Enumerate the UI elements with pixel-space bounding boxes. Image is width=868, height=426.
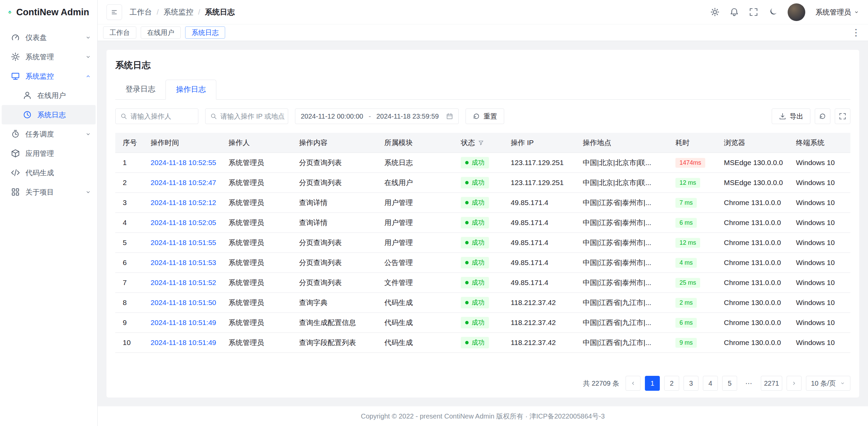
- time-link[interactable]: 2024-11-18 10:52:55: [151, 159, 216, 166]
- download-icon: [779, 113, 786, 120]
- cell-browser: Chrome 131.0.0.0: [719, 273, 791, 293]
- avatar[interactable]: [788, 3, 805, 21]
- user-name: 系统管理员: [815, 7, 851, 17]
- breadcrumb-item[interactable]: 系统监控: [163, 7, 193, 17]
- cell-status: 成功: [456, 193, 506, 213]
- cell-browser: Chrome 131.0.0.0: [719, 213, 791, 233]
- breadcrumb-item[interactable]: 工作台: [130, 7, 152, 17]
- cell-time: 2024-11-18 10:52:05: [146, 213, 224, 233]
- operator-search-input[interactable]: 请输入操作人: [115, 108, 198, 124]
- cell-module: 代码生成: [380, 313, 456, 333]
- settings-button[interactable]: [710, 7, 719, 17]
- time-link[interactable]: 2024-11-18 10:51:49: [151, 319, 216, 326]
- page-button-2[interactable]: 2: [664, 376, 679, 391]
- sidebar-item-system-monitor[interactable]: 系统监控: [0, 66, 97, 86]
- page-button-last[interactable]: 2271: [761, 376, 782, 391]
- export-button[interactable]: 导出: [772, 108, 810, 124]
- column-header-ip: 操作 IP: [506, 133, 578, 153]
- expand-icon: [839, 113, 846, 120]
- status-dot-icon: [465, 161, 469, 164]
- cell-status: 成功: [456, 173, 506, 193]
- page-title: 系统日志: [115, 59, 850, 71]
- tab-more-icon[interactable]: ⋮: [849, 28, 863, 37]
- time-link[interactable]: 2024-11-18 10:52:47: [151, 179, 216, 186]
- filter-funnel-icon[interactable]: [478, 140, 484, 146]
- date-range-separator: -: [369, 113, 371, 120]
- sidebar-item-label: 在线用户: [37, 91, 66, 100]
- notifications-button[interactable]: [730, 7, 739, 17]
- column-header-content: 操作内容: [295, 133, 380, 153]
- sidebar-item-task-schedule[interactable]: 任务调度: [0, 124, 97, 144]
- app-root: ContiNew Admin 仪表盘 系统管理 系统监控 在线用户: [0, 0, 868, 426]
- time-link[interactable]: 2024-11-18 10:51:52: [151, 279, 216, 286]
- cell-browser: Chrome 130.0.0.0: [719, 293, 791, 313]
- sidebar-item-code-generation[interactable]: 代码生成: [0, 163, 97, 182]
- chevron-up-icon: [85, 73, 91, 79]
- page-button-5[interactable]: 5: [722, 376, 737, 391]
- cell-location: 中国|江苏省|泰州市|...: [578, 193, 671, 213]
- refresh-table-button[interactable]: [815, 108, 830, 124]
- cell-content: 查询字典: [295, 293, 380, 313]
- cell-index: 6: [115, 253, 146, 273]
- status-dot-icon: [465, 241, 469, 244]
- user-menu[interactable]: 系统管理员: [815, 7, 859, 17]
- sidebar-item-dashboard[interactable]: 仪表盘: [0, 28, 97, 47]
- ip-search-input[interactable]: 请输入操作 IP 或地点: [205, 108, 288, 124]
- time-link[interactable]: 2024-11-18 10:51:49: [151, 339, 216, 346]
- column-header-time: 操作时间: [146, 133, 224, 153]
- tab-login-logs[interactable]: 登录日志: [115, 80, 165, 100]
- page-button-1[interactable]: 1: [645, 376, 660, 391]
- time-link[interactable]: 2024-11-18 10:52:12: [151, 199, 216, 206]
- time-link[interactable]: 2024-11-18 10:51:55: [151, 239, 216, 246]
- time-link[interactable]: 2024-11-18 10:51:53: [151, 259, 216, 266]
- table-row: 3 2024-11-18 10:52:12 系统管理员 查询详情 用户管理 成功…: [115, 193, 850, 213]
- cell-module: 文件管理: [380, 273, 456, 293]
- time-link[interactable]: 2024-11-18 10:52:05: [151, 219, 216, 226]
- tab-online-users[interactable]: 在线用户: [141, 26, 181, 39]
- status-label: 成功: [472, 298, 485, 307]
- tab-workbench[interactable]: 工作台: [103, 26, 136, 39]
- fullscreen-button[interactable]: [749, 7, 758, 17]
- dark-mode-button[interactable]: [768, 7, 777, 17]
- cell-status: 成功: [456, 333, 506, 353]
- page-button-4[interactable]: 4: [703, 376, 718, 391]
- sidebar-item-system-management[interactable]: 系统管理: [0, 47, 97, 66]
- table-fullscreen-button[interactable]: [835, 108, 850, 124]
- page-button-3[interactable]: 3: [684, 376, 698, 391]
- status-label: 成功: [472, 238, 485, 247]
- next-page-button[interactable]: [787, 376, 802, 391]
- status-label: 成功: [472, 178, 485, 187]
- tab-system-logs[interactable]: 系统日志: [185, 26, 225, 39]
- cell-duration: 2 ms: [671, 293, 719, 313]
- cell-time: 2024-11-18 10:52:55: [146, 153, 224, 173]
- reset-button[interactable]: 重置: [466, 108, 504, 124]
- pagination-total: 共 22709 条: [583, 379, 619, 388]
- ip-search-placeholder: 请输入操作 IP 或地点: [220, 112, 285, 121]
- sidebar-item-system-logs[interactable]: 系统日志: [2, 105, 96, 124]
- prev-page-button[interactable]: [626, 376, 640, 391]
- refresh-icon: [819, 113, 826, 120]
- time-link[interactable]: 2024-11-18 10:51:50: [151, 299, 216, 306]
- cell-operator: 系统管理员: [224, 273, 295, 293]
- more-pages-button[interactable]: ⋯: [742, 376, 756, 391]
- table-row: 5 2024-11-18 10:51:55 系统管理员 分页查询列表 用户管理 …: [115, 233, 850, 253]
- date-end-value: 2024-11-18 23:59:59: [376, 113, 439, 120]
- status-badge: 成功: [461, 217, 489, 228]
- sidebar-item-online-users[interactable]: 在线用户: [2, 86, 96, 105]
- sidebar-item-about-project[interactable]: 关于项目: [0, 182, 97, 202]
- logo[interactable]: ContiNew Admin: [0, 0, 97, 24]
- box-icon: [11, 149, 20, 158]
- sidebar-menu: 仪表盘 系统管理 系统监控 在线用户 系统日志: [0, 24, 97, 205]
- sidebar-item-app-management[interactable]: 应用管理: [0, 144, 97, 163]
- cell-time: 2024-11-18 10:51:53: [146, 253, 224, 273]
- status-label: 成功: [472, 198, 485, 207]
- menu-fold-icon: [111, 9, 118, 16]
- tab-operation-logs[interactable]: 操作日志: [165, 80, 216, 100]
- gear-icon: [11, 52, 20, 61]
- cell-index: 8: [115, 293, 146, 313]
- date-range-picker[interactable]: 2024-11-12 00:00:00 - 2024-11-18 23:59:5…: [295, 108, 459, 124]
- sidebar-collapse-button[interactable]: [106, 4, 122, 20]
- page-size-select[interactable]: 10 条/页: [806, 376, 850, 391]
- cell-location: 中国|北京|北京市|联...: [578, 153, 671, 173]
- cell-module: 用户管理: [380, 213, 456, 233]
